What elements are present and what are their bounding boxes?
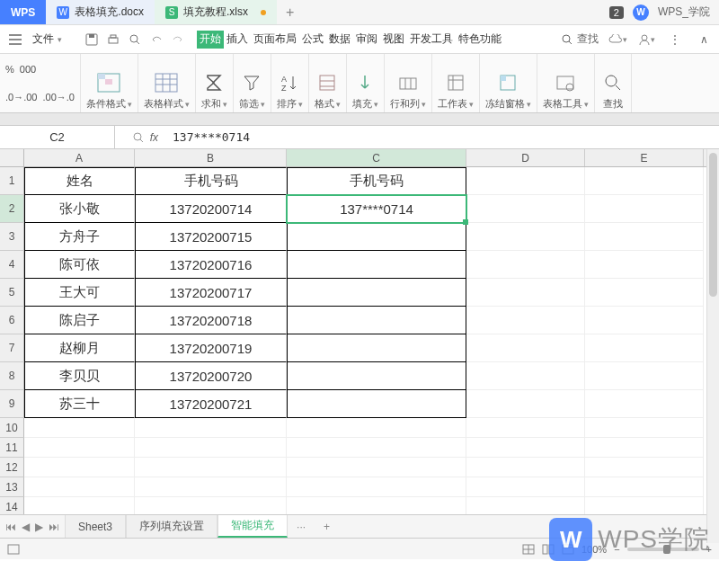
row-header[interactable]: 6	[0, 307, 24, 334]
col-header-b[interactable]: B	[135, 149, 287, 166]
sheet-tab-2[interactable]: 序列填充设置	[126, 515, 217, 538]
cell[interactable]: 13720200716	[135, 251, 287, 279]
scroll-thumb[interactable]	[709, 153, 717, 297]
cell[interactable]: 137****0714	[287, 195, 466, 223]
cell[interactable]	[287, 458, 466, 477]
cloud-icon[interactable]: ▾	[608, 30, 627, 49]
col-header-e[interactable]: E	[585, 149, 704, 166]
col-header-a[interactable]: A	[24, 149, 135, 166]
cell[interactable]	[466, 362, 585, 390]
app-tab-wps[interactable]: WPS	[0, 0, 46, 24]
fill-handle[interactable]	[463, 219, 468, 225]
table-tools-button[interactable]: 表格工具▾	[537, 54, 595, 112]
cell[interactable]	[585, 458, 704, 477]
tab-review[interactable]: 审阅	[353, 31, 380, 49]
col-header-c[interactable]: C	[287, 149, 466, 166]
cell[interactable]	[287, 438, 466, 458]
table-style-button[interactable]: 表格样式▾	[138, 54, 196, 112]
rows-cols-button[interactable]: 行和列▾	[385, 54, 432, 112]
cell[interactable]: 13720200720	[135, 362, 287, 390]
cell[interactable]	[585, 251, 704, 279]
cell[interactable]	[466, 438, 585, 458]
cell[interactable]	[24, 458, 135, 477]
cell[interactable]	[135, 477, 287, 497]
fill-button[interactable]: 填充▾	[347, 54, 385, 112]
tab-layout[interactable]: 页面布局	[251, 31, 299, 49]
file-tab-xls[interactable]: S 填充教程.xlsx	[155, 0, 277, 24]
save-icon[interactable]	[82, 30, 102, 49]
view-grid-icon[interactable]	[522, 544, 535, 555]
cell[interactable]	[287, 307, 466, 334]
find-button[interactable]: 查找	[595, 54, 632, 112]
cell[interactable]	[466, 418, 585, 438]
cell[interactable]	[466, 223, 585, 251]
cell[interactable]: 张小敬	[24, 195, 135, 223]
row-header[interactable]: 13	[0, 477, 24, 497]
cell[interactable]	[466, 390, 585, 418]
cell[interactable]	[287, 223, 466, 251]
cell[interactable]	[466, 251, 585, 279]
tab-view[interactable]: 视图	[380, 31, 407, 49]
cell[interactable]	[585, 223, 704, 251]
row-header[interactable]: 3	[0, 223, 24, 251]
row-header[interactable]: 5	[0, 279, 24, 307]
cell[interactable]	[466, 458, 585, 477]
row-header[interactable]: 8	[0, 362, 24, 390]
collapse-icon[interactable]: ∧	[694, 30, 714, 49]
sheet-prev-icon[interactable]: ◀	[22, 521, 30, 533]
cell[interactable]	[585, 438, 704, 458]
cell[interactable]	[287, 362, 466, 390]
spreadsheet-grid[interactable]: A B C D E 1姓名手机号码手机号码2张小敬13720200714137*…	[0, 149, 719, 514]
cell[interactable]	[466, 167, 585, 195]
filter-button[interactable]: 筛选▾	[234, 54, 271, 112]
cell[interactable]	[585, 362, 704, 390]
cell[interactable]	[24, 477, 135, 497]
sheet-tab-1[interactable]: Sheet3	[65, 515, 126, 538]
formula-input[interactable]: 137****0714	[165, 130, 719, 144]
cell[interactable]	[466, 307, 585, 334]
sheet-next-icon[interactable]: ▶	[35, 521, 43, 533]
cell[interactable]	[287, 279, 466, 307]
tab-dev[interactable]: 开发工具	[407, 31, 456, 49]
notification-badge[interactable]: 2	[609, 6, 624, 19]
freeze-panes-button[interactable]: 冻结窗格▾	[480, 54, 537, 112]
worksheet-button[interactable]: 工作表▾	[432, 54, 480, 112]
tab-insert[interactable]: 插入	[224, 31, 251, 49]
preview-icon[interactable]	[125, 30, 145, 49]
cell[interactable]	[135, 458, 287, 477]
select-all-corner[interactable]	[0, 149, 24, 166]
row-header[interactable]: 9	[0, 390, 24, 418]
cell[interactable]	[135, 497, 287, 514]
cell[interactable]	[585, 195, 704, 223]
tab-special[interactable]: 特色功能	[456, 31, 504, 49]
cell[interactable]	[585, 167, 704, 195]
sheet-last-icon[interactable]: ⏭	[49, 521, 59, 533]
sort-button[interactable]: AZ 排序▾	[271, 54, 309, 112]
hamburger-icon[interactable]	[5, 30, 25, 49]
row-header[interactable]: 14	[0, 497, 24, 514]
cell[interactable]	[466, 334, 585, 362]
row-header[interactable]: 10	[0, 418, 24, 438]
sheet-tab-3[interactable]: 智能填充	[217, 515, 288, 538]
cell[interactable]	[585, 279, 704, 307]
comma-icon[interactable]: 000	[20, 64, 36, 75]
col-header-d[interactable]: D	[466, 149, 585, 166]
cell[interactable]	[287, 477, 466, 497]
cell[interactable]: 13720200719	[135, 334, 287, 362]
vertical-scrollbar[interactable]	[706, 149, 719, 543]
cell[interactable]	[287, 418, 466, 438]
row-header[interactable]: 12	[0, 458, 24, 477]
cell[interactable]	[585, 307, 704, 334]
cell[interactable]	[585, 334, 704, 362]
cell[interactable]: 13720200721	[135, 390, 287, 418]
cell[interactable]	[466, 195, 585, 223]
tab-formula[interactable]: 公式	[299, 31, 326, 49]
row-header[interactable]: 11	[0, 438, 24, 458]
cell[interactable]	[466, 477, 585, 497]
sum-button[interactable]: 求和▾	[196, 54, 234, 112]
percent-icon[interactable]: %	[5, 64, 14, 75]
format-button[interactable]: 格式▾	[309, 54, 347, 112]
cell[interactable]	[135, 438, 287, 458]
sheet-add-button[interactable]: +	[315, 521, 339, 533]
cell[interactable]: 13720200714	[135, 195, 287, 223]
